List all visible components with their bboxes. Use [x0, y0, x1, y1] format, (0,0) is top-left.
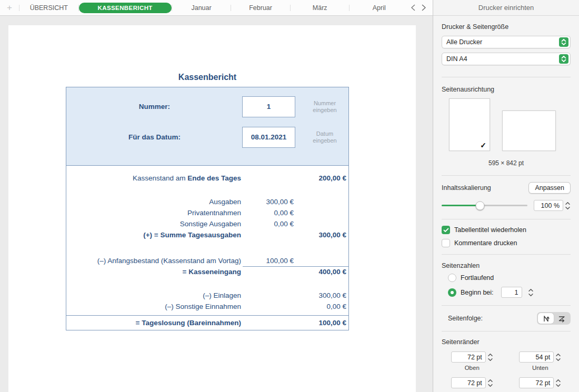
stepper-icon[interactable] [487, 352, 493, 363]
page-order-vertical-button[interactable] [538, 313, 554, 324]
row-spacer [66, 240, 348, 255]
row-label: (–) Einlagen [66, 290, 243, 301]
slider-knob[interactable] [476, 201, 485, 210]
selected-check-icon: ✓ [480, 141, 486, 149]
row-value-mid: 0,00 € [243, 218, 296, 229]
margin-caption: Unten [532, 365, 548, 372]
table-row: = Kasseneingang400,00 € [66, 266, 348, 277]
tab-februar[interactable]: Februar [231, 4, 290, 12]
table-row: (–) Sonstige Einnahmen0,00 € [66, 301, 348, 312]
checkbox-unchecked-icon[interactable] [442, 239, 450, 247]
row-label: = Kasseneingang [66, 266, 243, 277]
tab-april[interactable]: April [350, 4, 408, 12]
margin-field-row: 72 pt [451, 351, 493, 363]
margin-field-row: 72 pt [451, 377, 493, 388]
table-row: Ausgaben300,00 € [66, 196, 348, 207]
page-order-horizontal-button[interactable] [554, 313, 570, 324]
radio-unselected-icon[interactable] [448, 274, 456, 282]
table-body-section: Kassenstand am Ende des Tages200,00 €Aus… [66, 166, 349, 330]
orientation-section-label: Seitenausrichtung [442, 86, 571, 93]
row-value-right: 300,00 € [296, 290, 348, 301]
select-updown-icon [559, 37, 568, 47]
tab-märz[interactable]: März [291, 4, 350, 12]
row-label: Kassenstand am Ende des Tages [66, 173, 243, 184]
chevron-left-icon[interactable] [411, 4, 415, 11]
header-row-label: Nummer: [66, 96, 243, 117]
margin-value-field[interactable]: 72 pt [451, 377, 486, 388]
sheet-tab-bar: + ÜBERSICHTKASSENBERICHTJanuarFebruarMär… [0, 0, 433, 16]
header-hint: Datum eingeben [300, 127, 350, 148]
tab-januar[interactable]: Januar [172, 4, 231, 12]
row-label: (–) Sonstige Einnahmen [66, 301, 243, 312]
tab-kassenbericht[interactable]: KASSENBERICHT [79, 3, 172, 13]
table-header-section: Nummer:1Nummer eingebenFür das Datum:08.… [66, 87, 349, 166]
printer-select-value: Alle Drucker [446, 38, 559, 46]
table-title: Kassenbericht [66, 73, 349, 82]
stepper-icon[interactable] [528, 287, 534, 298]
radio-option[interactable]: Beginn bei:1 [448, 287, 571, 298]
row-value-right: 300,00 € [296, 229, 348, 240]
margin-cell: 72 ptOben [445, 351, 500, 372]
tab-list: ÜBERSICHTKASSENBERICHTJanuarFebruarMärzA… [19, 0, 408, 15]
orientation-landscape-option[interactable] [502, 110, 556, 151]
row-value-right [296, 218, 348, 229]
row-label: = Tageslosung (Bareinnahmen) [66, 316, 243, 330]
scale-slider[interactable] [442, 205, 527, 206]
row-value-mid: 0,00 € [243, 207, 296, 218]
margin-cell: 54 ptUnten [513, 351, 568, 372]
row-value-mid [243, 266, 296, 277]
row-spacer [66, 277, 348, 290]
chevron-right-icon[interactable] [422, 4, 426, 11]
row-label: (+) = Summe Tagesausgaben [66, 229, 243, 240]
row-value-right [296, 207, 348, 218]
table-row: (+) = Summe Tagesausgaben300,00 € [66, 229, 348, 240]
header-row-label: Für das Datum: [66, 127, 243, 148]
margin-cell: 72 pt [445, 377, 500, 392]
margin-value-field[interactable]: 54 pt [519, 351, 554, 363]
stepper-icon[interactable] [555, 352, 561, 363]
table-row: Sonstige Ausgaben0,00 € [66, 218, 348, 229]
stepper-icon[interactable] [487, 378, 493, 388]
slider-fill [442, 205, 480, 206]
checkbox-option[interactable]: Tabellentitel wiederholen [442, 226, 571, 234]
page-order-label: Seitenfolge: [448, 315, 537, 322]
printer-select[interactable]: Alle Drucker [442, 36, 571, 48]
row-value-mid: 100,00 € [243, 255, 296, 267]
stepper-icon[interactable] [565, 200, 571, 211]
kassenbericht-table: Kassenbericht Nummer:1Nummer eingebenFür… [66, 73, 349, 330]
page-order-segmented-control [537, 312, 571, 325]
select-updown-icon [559, 54, 568, 64]
row-value-right [296, 196, 348, 207]
row-label: Ausgaben [66, 196, 243, 207]
checkbox-label: Kommentare drucken [454, 239, 517, 247]
header-row: Nummer:1Nummer eingeben [66, 96, 348, 117]
radio-option[interactable]: Fortlaufend [448, 274, 571, 282]
start-page-field[interactable]: 1 [501, 287, 522, 298]
radio-selected-icon[interactable] [448, 288, 456, 297]
paper-size-dimensions: 595 × 842 pt [442, 159, 571, 167]
canvas-area: Kassenbericht Nummer:1Nummer eingebenFür… [0, 16, 433, 392]
add-sheet-button[interactable]: + [0, 0, 19, 16]
paper-size-select[interactable]: DIN A4 [442, 53, 571, 65]
checkbox-checked-icon[interactable] [442, 226, 450, 234]
row-label: Sonstige Ausgaben [66, 218, 243, 229]
header-value-cell[interactable]: 08.01.2021 [242, 127, 295, 148]
checkbox-option[interactable]: Kommentare drucken [442, 239, 571, 247]
margin-value-field[interactable]: 72 pt [519, 377, 554, 388]
tab-übersicht[interactable]: ÜBERSICHT [19, 4, 78, 12]
margin-field-row: 72 pt [519, 377, 561, 388]
fit-button[interactable]: Anpassen [528, 182, 571, 194]
table-row: Privatentnahmen0,00 € [66, 207, 348, 218]
row-value-right: 400,00 € [296, 266, 348, 277]
scaling-section-label: Inhaltsskalierung [442, 184, 528, 192]
header-value-cell[interactable]: 1 [242, 96, 295, 117]
orientation-portrait-option[interactable]: ✓ [449, 98, 490, 151]
scale-value-field[interactable]: 100 % [534, 200, 563, 211]
row-value-right [296, 255, 348, 267]
margin-value-field[interactable]: 72 pt [451, 351, 486, 363]
row-value-right: 200,00 € [296, 173, 348, 184]
stepper-icon[interactable] [555, 378, 561, 388]
table-row: (–) Anfangsbestand (Kassenstand am Vorta… [66, 255, 348, 266]
row-value-mid [243, 229, 296, 240]
print-setup-panel: Drucker einrichten Drucker & Seitengröße… [433, 0, 579, 392]
